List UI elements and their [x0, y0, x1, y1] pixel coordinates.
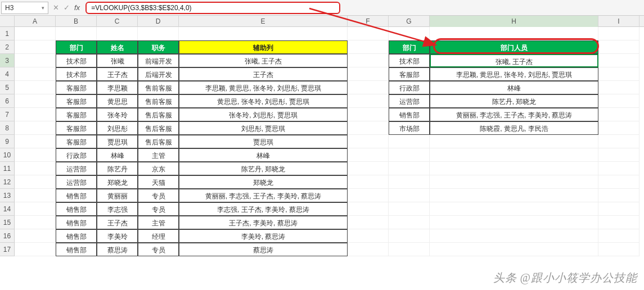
- cell-name[interactable]: 张曦: [97, 54, 138, 67]
- cell-f[interactable]: [348, 162, 389, 175]
- col-header[interactable]: G: [389, 16, 430, 27]
- row-header[interactable]: 4: [0, 67, 15, 81]
- cell[interactable]: [138, 27, 179, 40]
- spreadsheet-grid[interactable]: 12部门姓名职务辅助列部门部门人员3技术部张曦前端开发张曦, 王子杰技术部张曦,…: [0, 27, 644, 256]
- cell-name[interactable]: 张冬玲: [97, 108, 138, 121]
- cell-name[interactable]: 李美玲: [97, 229, 138, 243]
- cell-f[interactable]: [348, 27, 389, 40]
- cancel-icon[interactable]: ✕: [53, 3, 59, 12]
- cell-f[interactable]: [348, 81, 389, 94]
- cell-a[interactable]: [15, 189, 56, 202]
- cell-aux[interactable]: 蔡思涛: [179, 243, 348, 256]
- cell-role[interactable]: 专员: [138, 243, 179, 256]
- cell-i[interactable]: [598, 162, 640, 175]
- cell-aux[interactable]: 林峰: [179, 148, 348, 162]
- cell-a[interactable]: [15, 216, 56, 229]
- cell-dept[interactable]: 销售部: [56, 243, 97, 256]
- cell-right-people[interactable]: 陈艺丹, 郑晓龙: [430, 94, 598, 108]
- cell-dept[interactable]: 客服部: [56, 81, 97, 94]
- cell-dept[interactable]: 运营部: [56, 175, 97, 189]
- cell-right-people[interactable]: 林峰: [430, 81, 598, 94]
- cell-i[interactable]: [598, 175, 640, 189]
- cell-f[interactable]: [348, 135, 389, 148]
- cell[interactable]: [389, 175, 430, 189]
- row-header[interactable]: 15: [0, 216, 15, 229]
- cell-right-dept[interactable]: 市场部: [389, 121, 430, 135]
- cell-i[interactable]: [598, 54, 640, 67]
- cell-dept[interactable]: 销售部: [56, 189, 97, 202]
- col-header[interactable]: B: [56, 16, 97, 27]
- cell[interactable]: [430, 162, 598, 175]
- cell[interactable]: [430, 189, 598, 202]
- cell-right-dept[interactable]: 运营部: [389, 94, 430, 108]
- cell-a[interactable]: [15, 121, 56, 135]
- cell[interactable]: [97, 27, 138, 40]
- cell-role[interactable]: 售后客服: [138, 135, 179, 148]
- cell-role[interactable]: 专员: [138, 189, 179, 202]
- cell-role[interactable]: 经理: [138, 229, 179, 243]
- cell-dept[interactable]: 客服部: [56, 121, 97, 135]
- cell-aux[interactable]: 李美玲, 蔡思涛: [179, 229, 348, 243]
- cell-name[interactable]: 刘思彤: [97, 121, 138, 135]
- cell-i[interactable]: [598, 27, 640, 40]
- cell-i[interactable]: [598, 229, 640, 243]
- cell-role[interactable]: 前端开发: [138, 54, 179, 67]
- cell-i[interactable]: [598, 94, 640, 108]
- cell-aux[interactable]: 黄丽丽, 李志强, 王子杰, 李美玲, 蔡思涛: [179, 189, 348, 202]
- cell-i[interactable]: [598, 243, 640, 256]
- cell-f[interactable]: [348, 189, 389, 202]
- cell-f[interactable]: [348, 121, 389, 135]
- cell-i[interactable]: [598, 135, 640, 148]
- row-header[interactable]: 13: [0, 189, 15, 202]
- cell-f[interactable]: [348, 148, 389, 162]
- cell-i[interactable]: [598, 40, 640, 54]
- cell-dept[interactable]: 客服部: [56, 94, 97, 108]
- row-header[interactable]: 9: [0, 135, 15, 148]
- cell-i[interactable]: [598, 216, 640, 229]
- cell[interactable]: [389, 216, 430, 229]
- cell-a[interactable]: [15, 67, 56, 81]
- cell[interactable]: [430, 216, 598, 229]
- confirm-icon[interactable]: ✓: [64, 3, 70, 12]
- cell-aux[interactable]: 李志强, 王子杰, 李美玲, 蔡思涛: [179, 202, 348, 216]
- col-header[interactable]: D: [138, 16, 179, 27]
- cell-a[interactable]: [15, 229, 56, 243]
- cell[interactable]: [389, 27, 430, 40]
- cell-a[interactable]: [15, 148, 56, 162]
- cell-a[interactable]: [15, 27, 56, 40]
- row-header[interactable]: 11: [0, 162, 15, 175]
- column-headers[interactable]: ABCDEFGHI: [0, 16, 644, 27]
- cell-dept[interactable]: 销售部: [56, 216, 97, 229]
- cell-right-people[interactable]: 张曦, 王子杰: [430, 54, 598, 67]
- cell[interactable]: [389, 148, 430, 162]
- cell-role[interactable]: 售前客服: [138, 81, 179, 94]
- cell-role[interactable]: 售后客服: [138, 121, 179, 135]
- cell-f[interactable]: [348, 243, 389, 256]
- cell-a[interactable]: [15, 94, 56, 108]
- cell-i[interactable]: [598, 81, 640, 94]
- cell-aux[interactable]: 李思颖, 黄思思, 张冬玲, 刘思彤, 贾思琪: [179, 81, 348, 94]
- col-header[interactable]: F: [348, 16, 389, 27]
- cell-aux[interactable]: 王子杰: [179, 67, 348, 81]
- cell[interactable]: [430, 148, 598, 162]
- cell-dept[interactable]: 客服部: [56, 135, 97, 148]
- cell-dept[interactable]: 技术部: [56, 67, 97, 81]
- cell-role[interactable]: 天猫: [138, 175, 179, 189]
- cell-a[interactable]: [15, 81, 56, 94]
- cell-role[interactable]: 主管: [138, 148, 179, 162]
- cell-dept[interactable]: 技术部: [56, 54, 97, 67]
- col-header[interactable]: C: [97, 16, 138, 27]
- row-header[interactable]: 17: [0, 243, 15, 256]
- cell-a[interactable]: [15, 162, 56, 175]
- cell[interactable]: [430, 175, 598, 189]
- col-header[interactable]: E: [179, 16, 348, 27]
- cell-dept[interactable]: 销售部: [56, 202, 97, 216]
- cell-a[interactable]: [15, 40, 56, 54]
- cell-f[interactable]: [348, 216, 389, 229]
- row-header[interactable]: 7: [0, 108, 15, 121]
- cell-aux[interactable]: 黄思思, 张冬玲, 刘思彤, 贾思琪: [179, 94, 348, 108]
- cell-f[interactable]: [348, 108, 389, 121]
- col-header[interactable]: A: [15, 16, 56, 27]
- cell[interactable]: [389, 243, 430, 256]
- cell[interactable]: [430, 243, 598, 256]
